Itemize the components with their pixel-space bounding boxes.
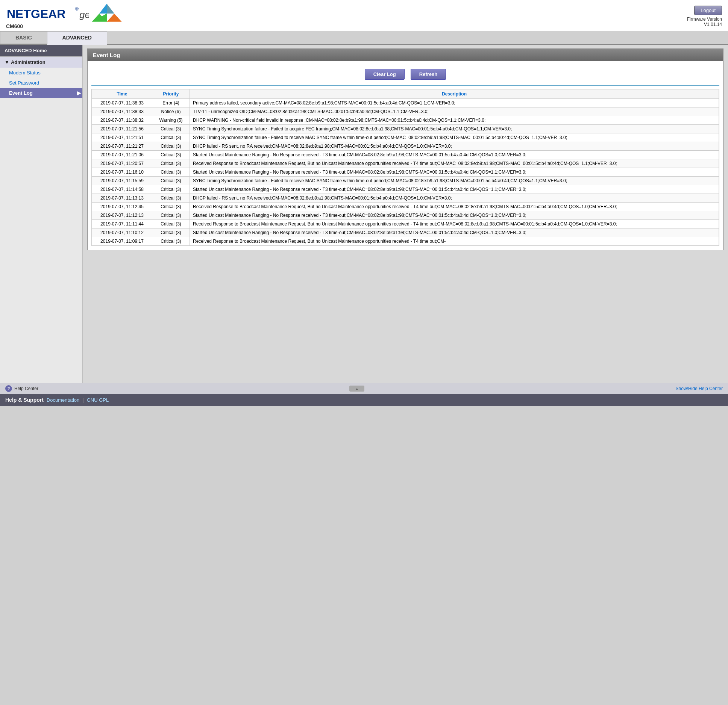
cell-time: 2019-07-07, 11:12:13	[92, 211, 152, 220]
table-row: 2019-07-07, 11:12:13 Critical (3) Starte…	[92, 211, 719, 220]
table-row: 2019-07-07, 11:16:10 Critical (3) Starte…	[92, 168, 719, 177]
table-header-row: Time Priority Description	[92, 89, 719, 99]
cell-time: 2019-07-07, 11:13:13	[92, 194, 152, 203]
administration-label: Administration	[11, 59, 46, 65]
log-table: Time Priority Description 2019-07-07, 11…	[92, 89, 719, 246]
cell-time: 2019-07-07, 11:09:17	[92, 237, 152, 246]
col-header-priority: Priority	[152, 89, 190, 99]
brand-triangle-icon	[91, 3, 123, 23]
table-row: 2019-07-07, 11:15:59 Critical (3) SYNC T…	[92, 177, 719, 185]
table-row: 2019-07-07, 11:38:33 Notice (6) TLV-11 -…	[92, 107, 719, 116]
cell-priority: Error (4)	[152, 99, 190, 107]
cell-time: 2019-07-07, 11:14:58	[92, 185, 152, 194]
event-log-panel: Event Log Clear Log Refresh Time Priorit…	[87, 48, 723, 250]
svg-text:genie: genie	[79, 9, 89, 20]
help-center-label: Help Center	[14, 386, 38, 391]
sidebar-item-set-password[interactable]: Set Password	[0, 78, 82, 88]
cell-priority: Critical (3)	[152, 211, 190, 220]
sidebar-item-administration[interactable]: ▼ Administration	[0, 56, 82, 68]
cell-priority: Critical (3)	[152, 185, 190, 194]
cell-time: 2019-07-07, 11:21:27	[92, 142, 152, 151]
cell-time: 2019-07-07, 11:11:44	[92, 220, 152, 228]
cell-priority: Critical (3)	[152, 168, 190, 177]
cell-priority: Critical (3)	[152, 203, 190, 211]
divider	[91, 85, 719, 86]
cell-description: Received Response to Broadcast Maintenan…	[190, 159, 719, 168]
sidebar-item-advanced-home[interactable]: ADVANCED Home	[0, 45, 82, 56]
cell-time: 2019-07-07, 11:12:45	[92, 203, 152, 211]
cell-description: SYNC Timing Synchronization failure - Fa…	[190, 133, 719, 142]
cell-description: Primary address failed, secondary active…	[190, 99, 719, 107]
cell-time: 2019-07-07, 11:16:10	[92, 168, 152, 177]
cell-priority: Critical (3)	[152, 142, 190, 151]
logo-area: NETGEAR ® genie ™	[6, 3, 123, 23]
documentation-link[interactable]: Documentation	[47, 397, 79, 403]
svg-text:®: ®	[75, 6, 79, 12]
administration-arrow-icon: ▼	[5, 59, 9, 65]
table-row: 2019-07-07, 11:12:45 Critical (3) Receiv…	[92, 203, 719, 211]
header-left: NETGEAR ® genie ™ CM600	[6, 3, 123, 29]
cell-priority: Critical (3)	[152, 220, 190, 228]
firmware-version: V1.01.14	[704, 22, 722, 27]
sidebar-item-event-log[interactable]: Event Log	[0, 88, 82, 98]
cell-description: TLV-11 - unrecognized OID;CM-MAC=08:02:8…	[190, 107, 719, 116]
cell-time: 2019-07-07, 11:21:56	[92, 125, 152, 133]
logo-icon: NETGEAR ® genie ™	[6, 4, 89, 22]
refresh-button[interactable]: Refresh	[411, 69, 446, 80]
table-row: 2019-07-07, 11:13:13 Critical (3) DHCP f…	[92, 194, 719, 203]
footer-handle[interactable]	[349, 386, 364, 392]
cell-description: Received Response to Broadcast Maintenan…	[190, 220, 719, 228]
cell-time: 2019-07-07, 11:15:59	[92, 177, 152, 185]
col-header-description: Description	[190, 89, 719, 99]
cell-priority: Warning (5)	[152, 116, 190, 125]
cell-description: Started Unicast Maintenance Ranging - No…	[190, 211, 719, 220]
cell-description: SYNC Timing Synchronization failure - Fa…	[190, 177, 719, 185]
cell-priority: Critical (3)	[152, 151, 190, 159]
separator: |	[82, 397, 83, 403]
log-table-wrapper[interactable]: Time Priority Description 2019-07-07, 11…	[91, 89, 719, 246]
help-footer: ? Help Center Show/Hide Help Center	[0, 383, 728, 394]
gnu-gpl-link[interactable]: GNU GPL	[87, 397, 109, 403]
sidebar-item-modem-status[interactable]: Modem Status	[0, 68, 82, 78]
logout-button[interactable]: Logout	[694, 6, 722, 15]
header-right: Logout Firmware Version V1.01.14	[687, 6, 722, 27]
cell-description: DHCP failed - RS sent, no RA received;CM…	[190, 194, 719, 203]
cell-description: DHCP WARNING - Non-critical field invali…	[190, 116, 719, 125]
bottom-bar: Help & Support Documentation | GNU GPL	[0, 394, 728, 406]
show-hide-help-link[interactable]: Show/Hide Help Center	[676, 386, 723, 391]
table-row: 2019-07-07, 11:14:58 Critical (3) Starte…	[92, 185, 719, 194]
cell-time: 2019-07-07, 11:21:06	[92, 151, 152, 159]
device-name: CM600	[6, 23, 123, 29]
table-row: 2019-07-07, 11:21:51 Critical (3) SYNC T…	[92, 133, 719, 142]
clear-log-button[interactable]: Clear Log	[365, 69, 405, 80]
tab-advanced[interactable]: ADVANCED	[47, 31, 107, 45]
table-row: 2019-07-07, 11:10:12 Critical (3) Starte…	[92, 228, 719, 237]
button-row: Clear Log Refresh	[91, 65, 719, 82]
cell-time: 2019-07-07, 11:20:57	[92, 159, 152, 168]
cell-priority: Critical (3)	[152, 177, 190, 185]
cell-priority: Notice (6)	[152, 107, 190, 116]
svg-text:NETGEAR: NETGEAR	[7, 7, 65, 21]
main-content: Event Log Clear Log Refresh Time Priorit…	[83, 45, 728, 383]
cell-description: Received Response to Broadcast Maintenan…	[190, 237, 719, 246]
tab-bar: BASIC ADVANCED	[0, 31, 728, 45]
svg-marker-6	[107, 14, 122, 22]
table-row: 2019-07-07, 11:21:27 Critical (3) DHCP f…	[92, 142, 719, 151]
cell-description: DHCP failed - RS sent, no RA received;CM…	[190, 142, 719, 151]
cell-time: 2019-07-07, 11:10:12	[92, 228, 152, 237]
sidebar: ADVANCED Home ▼ Administration Modem Sta…	[0, 45, 83, 383]
cell-description: SYNC Timing Synchronization failure - Fa…	[190, 125, 719, 133]
page-header: NETGEAR ® genie ™ CM600 Logout	[0, 0, 728, 31]
table-row: 2019-07-07, 11:11:44 Critical (3) Receiv…	[92, 220, 719, 228]
tab-basic[interactable]: BASIC	[0, 31, 47, 44]
event-log-title: Event Log	[88, 49, 723, 61]
cell-priority: Critical (3)	[152, 194, 190, 203]
firmware-label: Firmware Version	[687, 17, 722, 22]
table-row: 2019-07-07, 11:38:32 Warning (5) DHCP WA…	[92, 116, 719, 125]
table-row: 2019-07-07, 11:20:57 Critical (3) Receiv…	[92, 159, 719, 168]
help-center-left: ? Help Center	[5, 385, 38, 392]
cell-description: Started Unicast Maintenance Ranging - No…	[190, 185, 719, 194]
cell-priority: Critical (3)	[152, 159, 190, 168]
cell-time: 2019-07-07, 11:38:33	[92, 99, 152, 107]
table-row: 2019-07-07, 11:21:56 Critical (3) SYNC T…	[92, 125, 719, 133]
